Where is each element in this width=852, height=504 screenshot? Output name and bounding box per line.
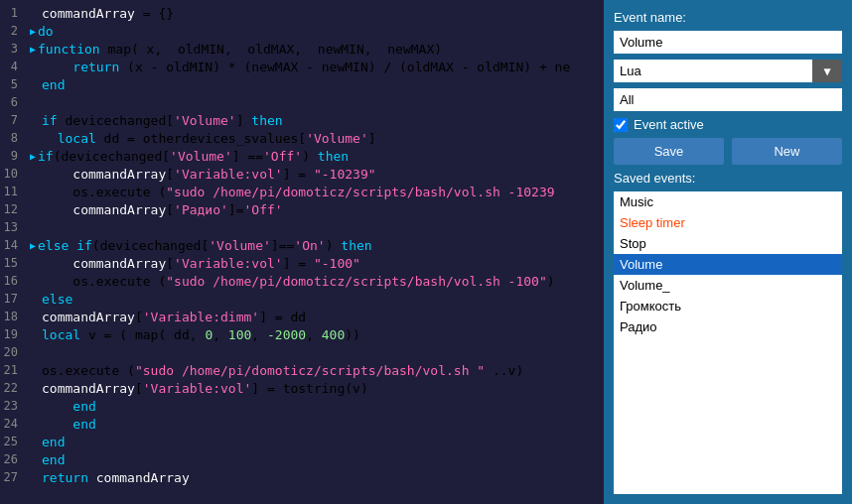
code-line: os.execute ("sudo /home/pi/domoticz/scri… xyxy=(24,361,576,379)
code-line: commandArray['Variable:vol'] = "-10239" xyxy=(24,165,576,183)
expand-arrow-icon[interactable]: ▶ xyxy=(30,26,36,37)
line-number: 27 xyxy=(0,468,24,486)
line-number: 12 xyxy=(0,200,24,218)
line-number: 21 xyxy=(0,361,24,379)
code-text: if(devicechanged['Volume'] =='Off') then xyxy=(38,149,349,164)
code-text: commandArray = {} xyxy=(42,6,174,21)
events-list: MusicSleep timerStopVolumeVolume_Громкос… xyxy=(614,191,842,494)
event-list-item[interactable]: Радио xyxy=(614,316,842,337)
code-text: commandArray['Variable:vol'] = tostring(… xyxy=(42,381,368,396)
code-text: end xyxy=(42,435,65,449)
line-number: 2 xyxy=(0,22,24,40)
expand-arrow-icon[interactable]: ▶ xyxy=(30,240,36,251)
code-line: ▶if(devicechanged['Volume'] =='Off') the… xyxy=(24,147,576,165)
code-line: end xyxy=(24,450,576,468)
code-line: ▶else if(devicechanged['Volume']=='On') … xyxy=(24,236,576,254)
event-active-row: Event active xyxy=(614,117,842,132)
code-text: end xyxy=(42,399,96,414)
event-list-item[interactable]: Volume xyxy=(614,254,842,275)
line-number: 5 xyxy=(0,75,24,93)
line-number: 4 xyxy=(0,58,24,75)
line-number: 10 xyxy=(0,165,24,183)
line-number: 16 xyxy=(0,272,24,290)
code-line: end xyxy=(24,433,576,450)
line-number: 15 xyxy=(0,254,24,272)
code-rows: commandArray = {}▶do▶function map( x, ol… xyxy=(24,0,576,504)
code-line: commandArray['Variable:vol'] = tostring(… xyxy=(24,379,576,397)
code-line: commandArray['Радио']='Off' xyxy=(24,200,576,218)
event-list-item[interactable]: Music xyxy=(614,191,842,212)
line-number: 7 xyxy=(0,111,24,129)
new-button[interactable]: New xyxy=(732,138,842,165)
line-number: 23 xyxy=(0,397,24,415)
code-line: return (x - oldMIN) * (newMAX - newMIN) … xyxy=(24,58,576,75)
code-text: return (x - oldMIN) * (newMAX - newMIN) … xyxy=(42,60,570,74)
code-line: os.execute ("sudo /home/pi/domoticz/scri… xyxy=(24,183,576,200)
code-line: end xyxy=(24,397,576,415)
line-numbers: 1234567891011121314151617181920212223242… xyxy=(0,0,24,504)
line-number: 24 xyxy=(0,415,24,433)
line-number: 1 xyxy=(0,4,24,22)
language-select[interactable]: Lua Blockly dzVents xyxy=(614,60,842,82)
line-number: 20 xyxy=(0,343,24,361)
code-text: local dd = otherdevices_svalues['Volume'… xyxy=(42,131,376,146)
code-text: os.execute ("sudo /home/pi/domoticz/scri… xyxy=(42,363,523,378)
code-text: os.execute ("sudo /home/pi/domoticz/scri… xyxy=(42,185,555,199)
code-text: end xyxy=(42,77,65,92)
code-text: else xyxy=(42,292,72,307)
expand-arrow-icon[interactable]: ▶ xyxy=(30,44,36,55)
code-panel: 1234567891011121314151617181920212223242… xyxy=(0,0,604,504)
line-number: 13 xyxy=(0,218,24,236)
code-line: commandArray['Variable:dimm'] = dd xyxy=(24,308,576,325)
code-line: commandArray['Variable:vol'] = "-100" xyxy=(24,254,576,272)
event-list-item[interactable]: Volume_ xyxy=(614,275,842,296)
line-number: 6 xyxy=(0,93,24,111)
code-text: os.execute ("sudo /home/pi/domoticz/scri… xyxy=(42,274,555,289)
line-number: 9 xyxy=(0,147,24,165)
code-line: if devicechanged['Volume'] then xyxy=(24,111,576,129)
right-panel: Event name: Lua Blockly dzVents ▼ Event … xyxy=(604,0,852,504)
code-text: commandArray['Радио']='Off' xyxy=(42,202,283,217)
code-text: function map( x, oldMIN, oldMAX, newMIN,… xyxy=(38,42,442,57)
line-number: 8 xyxy=(0,129,24,147)
code-line: commandArray = {} xyxy=(24,4,576,22)
code-area: 1234567891011121314151617181920212223242… xyxy=(0,0,604,504)
line-number: 14 xyxy=(0,236,24,254)
code-line: ▶do xyxy=(24,22,576,40)
code-line: os.execute ("sudo /home/pi/domoticz/scri… xyxy=(24,272,576,290)
line-number: 18 xyxy=(0,308,24,325)
language-select-wrapper: Lua Blockly dzVents ▼ xyxy=(614,60,842,82)
line-number: 22 xyxy=(0,379,24,397)
code-text: end xyxy=(42,417,96,432)
save-button[interactable]: Save xyxy=(614,138,724,165)
code-text: if devicechanged['Volume'] then xyxy=(42,113,283,128)
code-line: ▶function map( x, oldMIN, oldMAX, newMIN… xyxy=(24,40,576,58)
code-line: local dd = otherdevices_svalues['Volume'… xyxy=(24,129,576,147)
expand-arrow-icon[interactable]: ▶ xyxy=(30,151,36,162)
event-name-label: Event name: xyxy=(614,10,842,25)
code-line: return commandArray xyxy=(24,468,576,486)
code-line xyxy=(24,343,576,361)
code-line: end xyxy=(24,75,576,93)
event-name-input[interactable] xyxy=(614,31,842,54)
event-list-item[interactable]: Sleep timer xyxy=(614,212,842,233)
code-text: commandArray['Variable:vol'] = "-10239" xyxy=(42,167,376,182)
saved-events-label: Saved events: xyxy=(614,171,842,186)
line-number: 19 xyxy=(0,325,24,343)
line-number: 17 xyxy=(0,290,24,308)
code-text: end xyxy=(42,452,65,467)
code-text: do xyxy=(38,24,54,39)
filter-input[interactable] xyxy=(614,88,842,111)
event-active-checkbox[interactable] xyxy=(614,118,628,132)
event-list-item[interactable]: Stop xyxy=(614,233,842,254)
code-text: local v = ( map( dd, 0, 100, -2000, 400)… xyxy=(42,327,360,342)
button-row: Save New xyxy=(614,138,842,165)
event-list-item[interactable]: Громкость xyxy=(614,296,842,316)
code-line xyxy=(24,93,576,111)
code-line: end xyxy=(24,415,576,433)
event-active-label[interactable]: Event active xyxy=(634,117,704,132)
line-number: 26 xyxy=(0,450,24,468)
code-text: commandArray['Variable:vol'] = "-100" xyxy=(42,256,360,271)
line-number: 25 xyxy=(0,433,24,450)
code-text: commandArray['Variable:dimm'] = dd xyxy=(42,310,306,324)
